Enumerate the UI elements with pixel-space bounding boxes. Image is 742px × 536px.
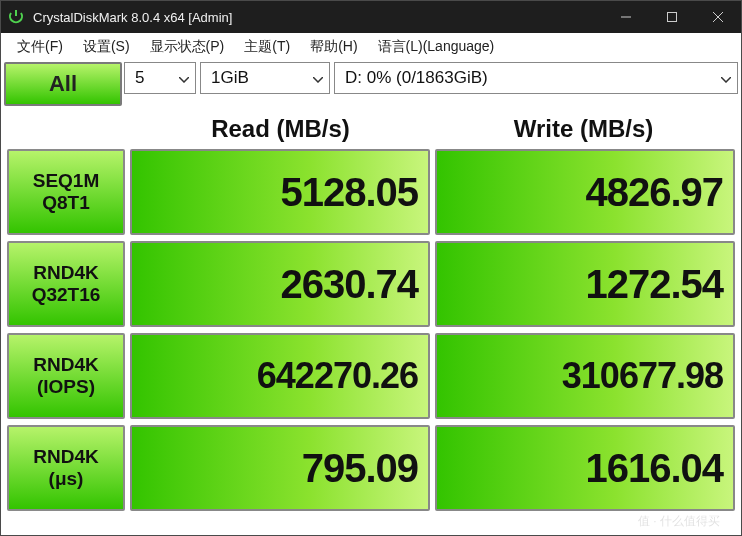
run-rnd4k-iops-button[interactable]: RND4K (IOPS) xyxy=(7,333,125,419)
rnd4k-q32t16-read-value: 2630.74 xyxy=(130,241,430,327)
close-button[interactable] xyxy=(695,1,741,33)
row-label-line2: (IOPS) xyxy=(37,376,95,398)
run-rnd4k-us-button[interactable]: RND4K (μs) xyxy=(7,425,125,511)
row-label-line2: Q8T1 xyxy=(42,192,90,214)
menu-help[interactable]: 帮助(H) xyxy=(300,36,367,58)
menu-profile[interactable]: 显示状态(P) xyxy=(140,36,235,58)
read-header: Read (MB/s) xyxy=(129,115,432,143)
window-buttons xyxy=(603,1,741,33)
row-label-line1: SEQ1M xyxy=(33,170,100,192)
controls-row: All 5 1GiB D: 0% (0/1863GiB) xyxy=(1,61,741,107)
minimize-button[interactable] xyxy=(603,1,649,33)
loop-count-dropdown[interactable]: 5 xyxy=(124,62,196,94)
titlebar: CrystalDiskMark 8.0.4 x64 [Admin] xyxy=(1,1,741,33)
header-row: Read (MB/s) Write (MB/s) xyxy=(1,107,741,149)
chevron-down-icon xyxy=(179,68,189,88)
maximize-button[interactable] xyxy=(649,1,695,33)
minimize-icon xyxy=(621,12,631,22)
row-label-line1: RND4K xyxy=(33,354,98,376)
target-drive-dropdown[interactable]: D: 0% (0/1863GiB) xyxy=(334,62,738,94)
test-size-value: 1GiB xyxy=(211,68,249,88)
rnd4k-q32t16-write-value: 1272.54 xyxy=(435,241,735,327)
app-window: CrystalDiskMark 8.0.4 x64 [Admin] 文件(F) … xyxy=(0,0,742,536)
run-all-button[interactable]: All xyxy=(4,62,122,106)
maximize-icon xyxy=(667,12,677,22)
menu-file[interactable]: 文件(F) xyxy=(7,36,73,58)
rnd4k-us-read-value: 795.09 xyxy=(130,425,430,511)
results-grid: SEQ1M Q8T1 5128.05 4826.97 RND4K Q32T16 … xyxy=(1,149,741,535)
menu-language[interactable]: 语言(L)(Language) xyxy=(368,36,505,58)
row-rnd4k-q32t16: RND4K Q32T16 2630.74 1272.54 xyxy=(7,241,735,327)
app-icon xyxy=(7,8,25,26)
loop-count-value: 5 xyxy=(135,68,144,88)
row-rnd4k-us: RND4K (μs) 795.09 1616.04 xyxy=(7,425,735,511)
run-seq1m-button[interactable]: SEQ1M Q8T1 xyxy=(7,149,125,235)
write-header: Write (MB/s) xyxy=(432,115,735,143)
close-icon xyxy=(713,12,723,22)
chevron-down-icon xyxy=(313,68,323,88)
rnd4k-iops-read-value: 642270.26 xyxy=(130,333,430,419)
svg-rect-0 xyxy=(15,10,17,16)
menu-settings[interactable]: 设置(S) xyxy=(73,36,140,58)
row-label-line1: RND4K xyxy=(33,446,98,468)
rnd4k-us-write-value: 1616.04 xyxy=(435,425,735,511)
seq1m-read-value: 5128.05 xyxy=(130,149,430,235)
run-rnd4k-q32t16-button[interactable]: RND4K Q32T16 xyxy=(7,241,125,327)
svg-rect-2 xyxy=(668,13,677,22)
test-size-dropdown[interactable]: 1GiB xyxy=(200,62,330,94)
row-label-line2: Q32T16 xyxy=(32,284,101,306)
seq1m-write-value: 4826.97 xyxy=(435,149,735,235)
rnd4k-iops-write-value: 310677.98 xyxy=(435,333,735,419)
target-drive-value: D: 0% (0/1863GiB) xyxy=(345,68,488,88)
row-label-line1: RND4K xyxy=(33,262,98,284)
row-label-line2: (μs) xyxy=(49,468,84,490)
row-rnd4k-iops: RND4K (IOPS) 642270.26 310677.98 xyxy=(7,333,735,419)
menubar: 文件(F) 设置(S) 显示状态(P) 主题(T) 帮助(H) 语言(L)(La… xyxy=(1,33,741,61)
menu-theme[interactable]: 主题(T) xyxy=(234,36,300,58)
window-title: CrystalDiskMark 8.0.4 x64 [Admin] xyxy=(33,10,603,25)
row-seq1m-q8t1: SEQ1M Q8T1 5128.05 4826.97 xyxy=(7,149,735,235)
run-all-label: All xyxy=(49,71,77,97)
chevron-down-icon xyxy=(721,68,731,88)
